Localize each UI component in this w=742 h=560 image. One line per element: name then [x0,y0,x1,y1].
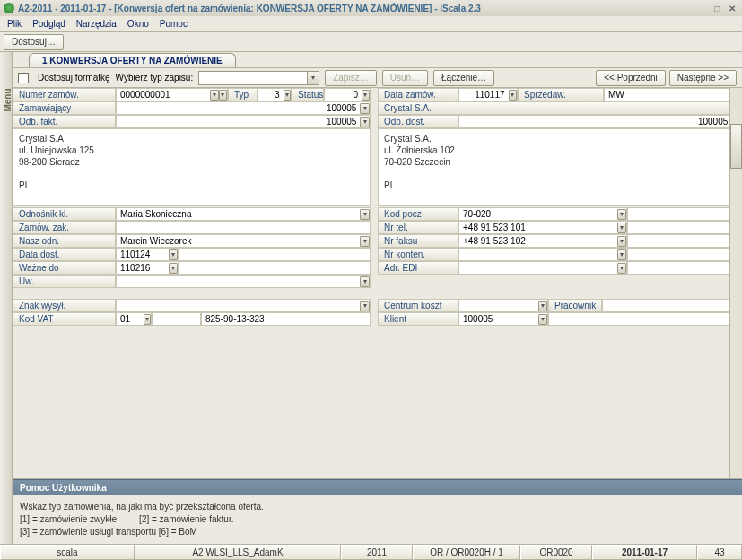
nr-tel-label: Nr tel. [378,221,458,234]
zapisz-button[interactable]: Zapisz… [325,70,376,86]
chevron-down-icon[interactable]: ▾ [307,72,319,84]
zamawiajacy-label: Zamawiający [13,101,116,115]
chevron-down-icon[interactable]: ▾ [538,314,547,325]
odb-dost-label: Odb. dost. [378,115,458,128]
nasz-odn-label: Nasz odn. [13,234,116,248]
usun-button[interactable]: Usuń… [382,70,428,86]
address-right: Crystal S.A. ul. Żołnierska 102 70-020 S… [378,128,742,206]
chevron-down-icon[interactable]: ▾ [362,90,370,101]
menu-okno[interactable]: Okno [127,19,149,29]
status-path: OR / OR0020H / 1 [413,545,520,560]
dostosuj-formatke-checkbox[interactable] [18,73,29,83]
centrum-field[interactable]: ▾ [458,299,548,312]
close-icon[interactable]: ✕ [726,4,738,13]
laczenie-button[interactable]: Łączenie… [433,70,494,86]
chevron-down-icon[interactable]: ▾ [360,236,370,247]
status-field[interactable]: ▾ [324,88,371,101]
app-icon [4,3,14,13]
klient-label: Klient [378,312,458,326]
chevron-down-icon[interactable]: ▾ [284,90,291,101]
data-zamow-label: Data zamów. [378,88,458,101]
wazne-do-field[interactable]: ▾ [116,261,179,275]
kod-vat-field[interactable]: ▾ [116,312,152,326]
menu-pomoc[interactable]: Pomoc [160,19,188,29]
menu-podglad[interactable]: Podgląd [32,19,65,29]
minimize-icon[interactable]: _ [695,4,708,13]
kod-vat-full-field[interactable] [201,312,371,326]
odnosnik-label: Odnośnik kl. [13,207,116,221]
zamow-zak-label: Zamów. zak. [13,221,116,234]
nr-konten-field[interactable]: ▾ [458,248,627,261]
odb-fakt-field[interactable]: ▾ [116,115,371,128]
chevron-down-icon[interactable]: ▾ [360,117,370,127]
status-num: 43 [697,545,742,560]
vertical-scrollbar[interactable] [729,88,742,478]
uw-field[interactable]: ▾ [116,275,371,288]
adr-edi-field[interactable]: ▾ [458,261,627,275]
status-year: 2011 [341,545,413,560]
sprzedaw-field[interactable]: ▾ [604,88,742,101]
dostosuj-button[interactable]: Dostosuj… [4,34,64,50]
tab-konwersja[interactable]: 1 KONWERSJA OFERTY NA ZAMÓWIENIE [29,53,236,67]
wazne-do-label: Ważne do [13,261,116,275]
chevron-down-icon[interactable]: ▾ [210,90,219,101]
chevron-down-icon[interactable]: ▾ [617,209,626,220]
chevron-down-icon[interactable]: ▾ [360,209,370,220]
odb-dost-field[interactable]: ▾ [458,115,742,128]
typ-field[interactable]: ▾ [258,88,292,101]
window-title: A2-2011 - 2011-01-17 - [Konwersja ofert … [18,4,481,13]
calendar-icon[interactable]: ▾ [509,90,517,101]
nr-tel-field[interactable]: ▾ [458,221,627,234]
chevron-down-icon[interactable]: ▾ [617,236,626,247]
nastepne-button[interactable]: Następne >> [669,70,737,86]
zamow-zak-field[interactable] [116,221,371,234]
kod-pocz-field[interactable]: ▾ [458,207,627,221]
adr-edi-label: Adr. EDI [378,261,458,275]
crystal-label: Crystal S.A. [378,101,742,115]
zamawiajacy-field[interactable]: ▾ [116,101,371,115]
sprzedaw-label: Sprzedaw. [518,88,604,101]
chevron-down-icon[interactable]: ▾ [617,249,626,260]
typ-label: Typ [228,88,258,101]
save-type-combo[interactable]: ▾ [198,71,319,85]
chevron-down-icon[interactable]: ▾ [144,314,151,325]
status-label: Status [292,88,324,101]
nr-faksu-label: Nr faksu [378,234,458,248]
statusbar: scala A2 WLSI_LLS_AdamK 2011 OR / OR0020… [0,544,742,560]
status-scala: scala [0,545,135,560]
pracownik-field[interactable]: ▾ [602,299,742,312]
nasz-odn-field[interactable]: ▾ [116,234,371,248]
pracownik-label: Pracownik [548,299,602,312]
chevron-down-icon[interactable]: ▾ [219,90,228,101]
chevron-down-icon[interactable]: ▾ [538,301,547,311]
kod-vat-label: Kod VAT [13,312,116,326]
numer-zamow-field[interactable]: ▾▾ [116,88,228,101]
klient-field[interactable]: ▾ [458,312,548,326]
calendar-icon[interactable]: ▾ [169,249,178,260]
data-zamow-field[interactable]: ▾ [458,88,518,101]
chevron-down-icon[interactable]: ▾ [360,276,370,287]
menu-narzedzia[interactable]: Narzędzia [76,19,117,29]
nr-faksu-field[interactable]: ▾ [458,234,627,248]
side-menu[interactable]: Menu [0,52,13,544]
chevron-down-icon[interactable]: ▾ [360,103,370,114]
menu-plik[interactable]: Plik [7,19,22,29]
chevron-down-icon[interactable]: ▾ [360,301,370,311]
maximize-icon[interactable]: □ [711,4,723,13]
chevron-down-icon[interactable]: ▾ [617,223,626,233]
odnosnik-field[interactable]: ▾ [116,207,371,221]
znak-wysyl-field[interactable]: ▾ [116,299,371,312]
uw-label: Uw. [13,275,116,288]
chevron-down-icon[interactable]: ▾ [617,263,626,274]
data-dost-label: Data dost. [13,248,116,261]
menubar: Plik Podgląd Narzędzia Okno Pomoc [0,16,742,32]
data-dost-field[interactable]: ▾ [116,248,179,261]
nr-konten-label: Nr konten. [378,248,458,261]
numer-zamow-label: Numer zamów. [13,88,116,101]
kod-pocz-label: Kod pocz [378,207,458,221]
calendar-icon[interactable]: ▾ [169,263,178,274]
status-date: 2011-01-17 [592,545,697,560]
poprzedni-button[interactable]: << Poprzedni [596,70,666,86]
status-form: OR0020 [520,545,592,560]
help-body: Wskaż typ zamówienia, na jaki ma być prz… [13,495,742,544]
